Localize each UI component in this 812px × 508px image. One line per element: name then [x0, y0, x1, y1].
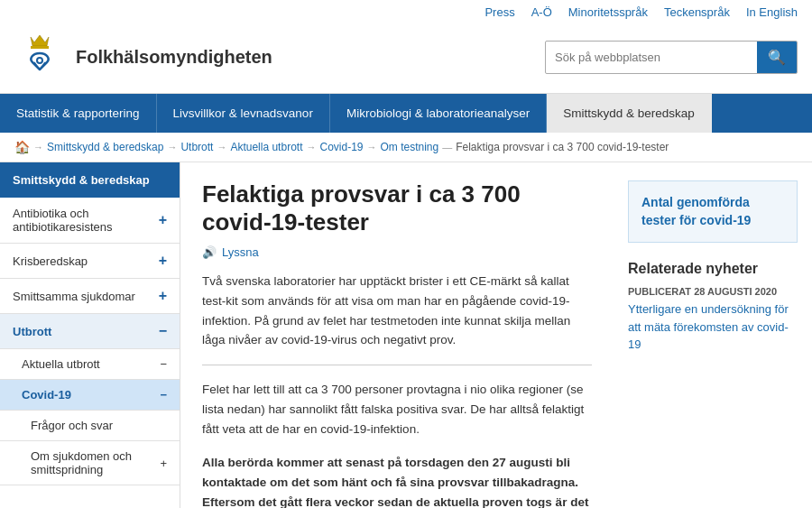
main-nav: Statistik & rapportering Livsvillkor & l… — [0, 94, 812, 133]
sep-2: → — [217, 142, 226, 152]
collapse-icon-utbrott: − — [159, 323, 167, 339]
nav-item-smittskydd[interactable]: Smittskydd & beredskap — [547, 94, 712, 133]
breadcrumb-smittskydd[interactable]: Smittskydd & beredskap — [47, 141, 163, 153]
listen-icon: 🔊 — [202, 245, 217, 259]
sidebar-main-item[interactable]: Smittskydd & beredskap — [0, 162, 180, 198]
press-link[interactable]: Press — [484, 5, 514, 19]
sidebar-item-antibiotika[interactable]: Antibiotika och antibiotikaresistens + — [0, 198, 180, 244]
breadcrumb-aktuella[interactable]: Aktuella utbrott — [230, 141, 302, 153]
breadcrumb-omtestning[interactable]: Om testning — [381, 141, 439, 153]
a-o-link[interactable]: A-Ö — [531, 5, 552, 19]
sidebar-item-utbrott[interactable]: Utbrott − — [0, 314, 180, 349]
sidebar-sub-item-covid19[interactable]: Covid-19 − — [0, 380, 180, 411]
logo-icon — [14, 32, 65, 82]
teckensprak-link[interactable]: Teckenspråk — [664, 5, 730, 19]
intro-text: Två svenska laboratorier har upptäckt br… — [202, 272, 592, 349]
english-link[interactable]: In English — [746, 5, 798, 19]
related-section: Relaterade nyheter PUBLICERAT 28 AUGUSTI… — [628, 261, 798, 354]
nav-item-statistik[interactable]: Statistik & rapportering — [0, 94, 157, 133]
pub-date: PUBLICERAT 28 AUGUSTI 2020 — [628, 286, 798, 297]
minoritetssprak-link[interactable]: Minoritetsspråk — [568, 5, 648, 19]
sidebar-sub-item-sjukdomen[interactable]: Om sjukdomen och smittspridning + — [0, 441, 180, 485]
sep-1: → — [167, 142, 177, 152]
svg-marker-0 — [31, 35, 49, 46]
body-text-1: Felet har lett till att ca 3 700 persone… — [202, 380, 592, 440]
collapse-icon-aktuella: − — [160, 357, 167, 371]
nav-item-livsvillkor[interactable]: Livsvillkor & levnadsvanor — [157, 94, 330, 133]
search-button[interactable]: 🔍 — [757, 42, 797, 73]
right-box-tester: Antal genomförda tester för covid-19 — [628, 180, 798, 243]
sep-3: → — [306, 142, 316, 152]
content-layout: Smittskydd & beredskap Antibiotika och a… — [0, 162, 812, 508]
related-link-1[interactable]: Ytterligare en undersökning för att mäta… — [628, 302, 789, 351]
collapse-icon-covid19: − — [160, 388, 167, 402]
page-title: Felaktiga provsvar i ca 3 700 covid-19-t… — [202, 180, 592, 236]
listen-button[interactable]: 🔊 Lyssna — [202, 245, 592, 259]
sep-5: — — [442, 142, 452, 152]
breadcrumb-current: Felaktiga provsvar i ca 3 700 covid-19-t… — [456, 141, 669, 153]
related-header: Relaterade nyheter — [628, 261, 798, 277]
sidebar-item-krisberedskap[interactable]: Krisberedskap + — [0, 244, 180, 279]
home-icon[interactable]: 🏠 — [14, 140, 30, 154]
sidebar-item-smittsamma[interactable]: Smittsamma sjukdomar + — [0, 279, 180, 314]
sep-0: → — [33, 142, 43, 152]
expand-icon-antibiotika: + — [159, 212, 167, 228]
right-sidebar: Antal genomförda tester för covid-19 Rel… — [614, 162, 812, 508]
sidebar-sub-item-aktuella[interactable]: Aktuella utbrott − — [0, 349, 180, 380]
top-bar: Press A-Ö Minoritetsspråk Teckenspråk In… — [0, 0, 812, 24]
breadcrumb-utbrott[interactable]: Utbrott — [180, 141, 213, 153]
expand-icon-smittsamma: + — [159, 288, 167, 304]
logo-name: Folkhälsomyndigheten — [76, 47, 272, 68]
expand-icon-krisberedskap: + — [159, 253, 167, 269]
sep-4: → — [367, 142, 377, 152]
search-input[interactable] — [546, 43, 757, 71]
svg-rect-1 — [31, 46, 49, 49]
expand-icon-sjukdomen: + — [160, 457, 167, 470]
svg-point-2 — [37, 58, 42, 63]
sidebar-sub-item-fragor[interactable]: Frågor och svar — [0, 411, 180, 441]
right-box-title[interactable]: Antal genomförda tester för covid-19 — [641, 194, 784, 229]
sidebar: Smittskydd & beredskap Antibiotika och a… — [0, 162, 180, 508]
logo-area: Folkhälsomyndigheten — [14, 32, 272, 82]
breadcrumb: 🏠 → Smittskydd & beredskap → Utbrott → A… — [0, 133, 812, 162]
main-content: Felaktiga provsvar i ca 3 700 covid-19-t… — [180, 162, 614, 508]
nav-item-mikrobiologi[interactable]: Mikrobiologi & laboratorieanalyser — [330, 94, 547, 133]
divider — [202, 365, 592, 365]
body-text-2-bold: Alla berörda kommer att senast på torsda… — [202, 453, 592, 508]
breadcrumb-covid19[interactable]: Covid-19 — [319, 141, 363, 153]
header: Folkhälsomyndigheten 🔍 — [0, 24, 812, 94]
listen-label: Lyssna — [222, 245, 259, 259]
search-area: 🔍 — [545, 41, 798, 74]
